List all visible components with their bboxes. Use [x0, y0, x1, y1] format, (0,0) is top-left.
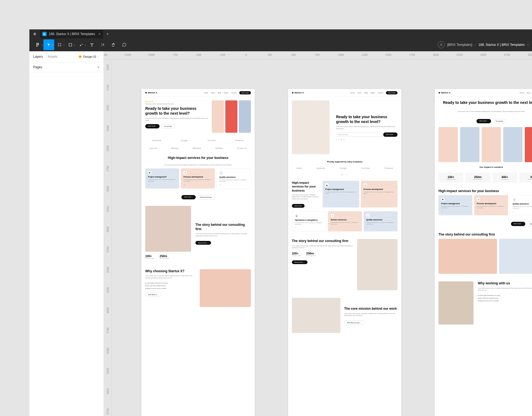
comment-tool[interactable]: [119, 39, 130, 50]
service-card: ▦Project managementLorem ipsum dolor sit…: [323, 181, 359, 207]
carousel-dots: ●●●●: [288, 172, 401, 177]
nav-link: Contact: [231, 92, 237, 94]
card-icon: ▦: [325, 183, 329, 187]
design-frame-3[interactable]: Startux X Home About Blog Pages Ready to…: [435, 89, 532, 416]
close-tab-icon[interactable]: ×: [98, 32, 101, 36]
text-tool[interactable]: [87, 39, 97, 50]
person-image: [525, 127, 532, 162]
services-block: High-impact services for your business L…: [288, 177, 401, 211]
canvas[interactable]: Startux X Home About Blog Pages Contact …: [112, 59, 532, 416]
email-signup: Enter your email Get in touch →: [336, 132, 398, 137]
hero-images: [212, 100, 251, 133]
document-tab[interactable]: ◧ 188. Startux X | BRIX Templates ×: [40, 29, 103, 38]
logo-item: Pinterest: [384, 167, 393, 169]
svg-rect-0: [36, 43, 37, 44]
svg-point-12: [102, 45, 102, 46]
document-breadcrumb: [BRIX Templates] / 188. Startux X | BRIX…: [438, 41, 529, 48]
services-cta: Get in touch → Browse what kinds: [435, 219, 532, 229]
frame-tool[interactable]: ▾: [54, 39, 65, 50]
why-section: Why working with us Lorem ipsum dolor si…: [435, 278, 532, 328]
site-nav: Home About Blog Pages Contact Get in tou…: [351, 91, 398, 94]
card-icon: ◇: [219, 171, 223, 175]
assets-tab[interactable]: Assets: [48, 55, 57, 59]
service-card: ☺Human resourcesLorem ipsum dolor sit am…: [328, 211, 362, 231]
services-subtitle: Lorem ipsum dolor sit amet, consectetur …: [141, 164, 255, 168]
stat-item: 250mRevenue generated: [160, 254, 169, 259]
feature-bullets: Lacinia eget consectetur vel viverra Fel…: [145, 282, 195, 290]
person-image: [503, 127, 523, 162]
shape-tool[interactable]: ▾: [65, 39, 76, 50]
pen-tool[interactable]: ▾: [76, 39, 87, 50]
stat-label: Companies helped: [292, 255, 301, 256]
story-body: Lorem ipsum dolor sit amet, consectetur …: [195, 233, 251, 237]
brand-logo: Startux X: [292, 91, 304, 94]
hero-image: [225, 100, 237, 133]
bullet-item: Aliquam et tortor rutrum convallis: [478, 299, 532, 302]
story-body: Lorem ipsum dolor sit amet, consectetur …: [292, 245, 353, 249]
logo-item: YouTube: [207, 139, 216, 142]
main-menu-button[interactable]: ▾: [33, 39, 43, 50]
card-icon: ▦: [441, 198, 444, 201]
page-selector[interactable]: ✦ Design 01 ⌃: [78, 55, 100, 58]
service-cards: ▦Project managementLorem ipsum dolor sit…: [141, 168, 255, 192]
linkedin-icon: in: [343, 138, 344, 140]
arrow-icon: →: [325, 196, 357, 198]
home-button[interactable]: [29, 29, 40, 38]
stat-number: 100+: [292, 252, 301, 255]
service-card: ◇Quality assuranceLorem ipsum dolor sit …: [364, 211, 398, 231]
arrow-icon: →: [295, 227, 323, 229]
card-title: Process development: [184, 176, 212, 178]
card-icon: ◇: [366, 214, 369, 217]
layers-tab[interactable]: Layers: [33, 55, 43, 59]
design-frame-1[interactable]: Startux X Home About Blog Pages Contact …: [141, 89, 255, 416]
arrow-icon: →: [441, 210, 470, 212]
card-body: Lorem ipsum dolor sit amet, consectetur …: [331, 222, 359, 225]
primary-button: Get in touch →: [145, 124, 160, 128]
move-tool[interactable]: ▾: [43, 39, 54, 50]
hero-image: [239, 100, 251, 133]
hero-section: Ready to take your business growth to th…: [435, 97, 532, 127]
chevron-down-icon[interactable]: ▾: [527, 43, 529, 46]
why-image: [200, 269, 251, 307]
stat-card: 400+Team members: [492, 173, 517, 183]
svg-rect-1: [36, 44, 37, 45]
story-image: [145, 206, 191, 252]
arrow-icon: →: [331, 227, 359, 228]
add-page-button[interactable]: +: [97, 65, 100, 70]
hero-text: ★★★★★ Trusted by 1,000+ companies around…: [145, 100, 208, 133]
design-frame-2[interactable]: Startux X Home About Blog Pages Contact …: [288, 89, 401, 416]
services-title: High-impact services for your business: [435, 185, 532, 195]
card-icon: ◎: [364, 183, 367, 187]
hand-tool[interactable]: [108, 39, 119, 50]
stat-label: Companies helped: [145, 258, 154, 259]
outline-button: Our services: [161, 124, 175, 128]
stat-number: 250m: [467, 175, 489, 179]
layers-panel: Layers Assets ✦ Design 01 ⌃ Pages +: [29, 51, 104, 416]
primary-button: Get in touch →: [181, 195, 196, 199]
story-text: The story behind our consulting firm Lor…: [292, 239, 353, 290]
stat-number: 100+: [145, 254, 154, 258]
impact-title: Our impact in numbers: [435, 166, 532, 168]
logo-item: Google: [340, 167, 347, 169]
resources-tool[interactable]: [97, 39, 108, 50]
document-name[interactable]: 188. Startux X | BRIX Templates: [478, 43, 525, 47]
new-tab-button[interactable]: +: [103, 29, 112, 38]
person-image: [438, 127, 458, 162]
support-heading: Proudly supported by many companies: [288, 161, 401, 163]
team-name[interactable]: [BRIX Templates]: [447, 43, 472, 47]
card-title: Process development: [477, 203, 505, 204]
titlebar: ◧ 188. Startux X | BRIX Templates × +: [29, 29, 532, 38]
user-avatar-icon[interactable]: [438, 41, 445, 48]
stat-number: 30: [520, 175, 532, 179]
story-image: [357, 239, 398, 290]
card-icon: ◎: [184, 171, 187, 174]
person-image: [460, 127, 479, 162]
card-title: Human resources: [331, 219, 359, 221]
story-stats: 100+Companies helped 250mRevenue generat…: [145, 254, 191, 259]
story-image: [499, 239, 532, 274]
outline-button: Browse what kinds: [527, 222, 532, 226]
services-title: High-impact services for your business: [292, 181, 319, 192]
mission-text: The core mission behind our work Lorem i…: [344, 307, 398, 324]
bullet-item: Felis rutlla odio suscipit rhoncus: [478, 297, 532, 299]
stat-card: 30Years experience: [519, 173, 532, 183]
